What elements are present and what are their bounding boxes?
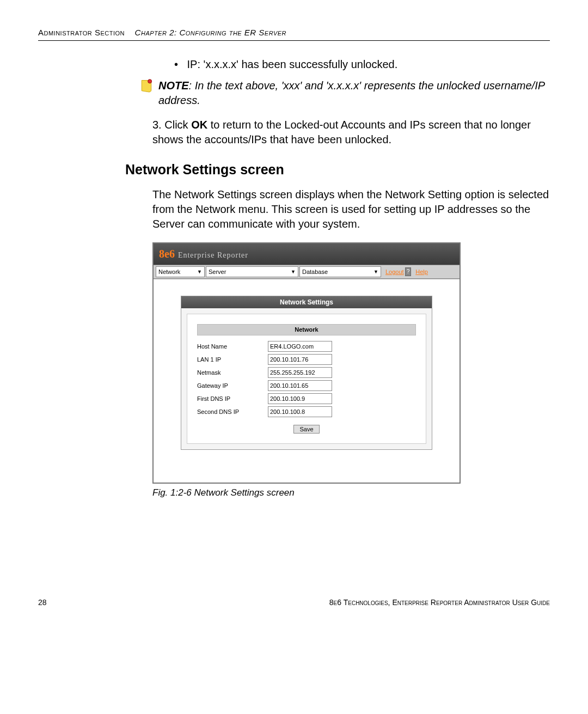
label-lan1: LAN 1 IP	[197, 356, 268, 364]
header-chapter: Chapter 2: Configuring the ER Server	[135, 28, 286, 37]
brand-logo: 8e6	[159, 247, 175, 261]
input-dns1[interactable]	[268, 393, 332, 404]
note-label: NOTE	[158, 80, 189, 91]
page-footer: 28 8e6 Technologies, Enterprise Reporter…	[38, 597, 550, 608]
footer-text: 8e6 Technologies, Enterprise Reporter Ad…	[329, 597, 550, 608]
chevron-down-icon: ▼	[373, 268, 378, 275]
unlock-bullet-text: IP: 'x.x.x.x' has been successfully unlo…	[187, 58, 398, 70]
logout-link[interactable]: Logout	[385, 268, 404, 276]
label-gateway: Gateway IP	[197, 382, 268, 390]
network-panel: Network Settings Network Host Name LAN 1…	[181, 296, 432, 450]
row-netmask: Netmask	[197, 367, 416, 378]
app-menubar: Network ▼ Server ▼ Database ▼ Logout ? H…	[154, 265, 460, 279]
figure-caption: Fig. 1:2-6 Network Settings screen	[152, 487, 550, 499]
note-text: NOTE: In the text above, 'xxx' and 'x.x.…	[158, 78, 550, 108]
input-netmask[interactable]	[268, 367, 332, 378]
header-section: Administrator Section	[38, 28, 125, 37]
section-paragraph: The Network Settings screen displays whe…	[152, 187, 550, 231]
input-gateway[interactable]	[268, 380, 332, 391]
unlock-bullet: • IP: 'x.x.x.x' has been successfully un…	[174, 57, 550, 72]
panel-subtitle: Network	[197, 324, 416, 335]
svg-point-0	[148, 80, 152, 83]
save-row: Save	[197, 425, 416, 434]
step-3: 3. Click OK to return to the Locked-out …	[152, 118, 550, 147]
menu-database-label: Database	[302, 268, 328, 276]
bullet-dot-icon: •	[174, 57, 184, 72]
panel-body: Network Host Name LAN 1 IP Netmask Gatew…	[187, 314, 426, 444]
note-block: NOTE: In the text above, 'xxx' and 'x.x.…	[139, 78, 550, 108]
row-lan1: LAN 1 IP	[197, 354, 416, 365]
step-post: to return to the Locked-out Accounts and…	[152, 119, 531, 145]
brand-subtitle: Enterprise Reporter	[178, 251, 248, 261]
menu-server[interactable]: Server ▼	[206, 266, 298, 277]
network-settings-screenshot: 8e6 Enterprise Reporter Network ▼ Server…	[152, 242, 461, 484]
step-number: 3.	[152, 119, 162, 131]
label-hostname: Host Name	[197, 343, 268, 351]
help-link[interactable]: Help	[415, 268, 428, 276]
row-gateway: Gateway IP	[197, 380, 416, 391]
help-badge-icon[interactable]: ?	[405, 267, 412, 276]
input-dns2[interactable]	[268, 406, 332, 417]
app-canvas: Network Settings Network Host Name LAN 1…	[154, 279, 460, 483]
row-hostname: Host Name	[197, 341, 416, 352]
running-header: Administrator Section Chapter 2: Configu…	[38, 27, 550, 41]
panel-title: Network Settings	[181, 296, 432, 308]
row-dns2: Second DNS IP	[197, 406, 416, 417]
row-dns1: First DNS IP	[197, 393, 416, 404]
chevron-down-icon: ▼	[197, 268, 202, 275]
label-dns2: Second DNS IP	[197, 408, 268, 416]
app-titlebar: 8e6 Enterprise Reporter	[154, 243, 460, 265]
section-heading: Network Settings screen	[125, 161, 550, 179]
menu-network-label: Network	[158, 268, 180, 276]
step-pre: Click	[162, 119, 191, 131]
note-body: : In the text above, 'xxx' and 'x.x.x.x'…	[158, 80, 544, 106]
menu-server-label: Server	[209, 268, 226, 276]
input-lan1[interactable]	[268, 354, 332, 365]
menu-network[interactable]: Network ▼	[156, 266, 205, 277]
save-button[interactable]: Save	[293, 425, 319, 434]
chevron-down-icon: ▼	[291, 268, 296, 275]
page-number: 28	[38, 597, 47, 608]
label-netmask: Netmask	[197, 369, 268, 377]
note-icon	[139, 78, 154, 94]
input-hostname[interactable]	[268, 341, 332, 352]
menu-database[interactable]: Database ▼	[299, 266, 381, 277]
label-dns1: First DNS IP	[197, 395, 268, 403]
step-bold: OK	[191, 119, 207, 131]
